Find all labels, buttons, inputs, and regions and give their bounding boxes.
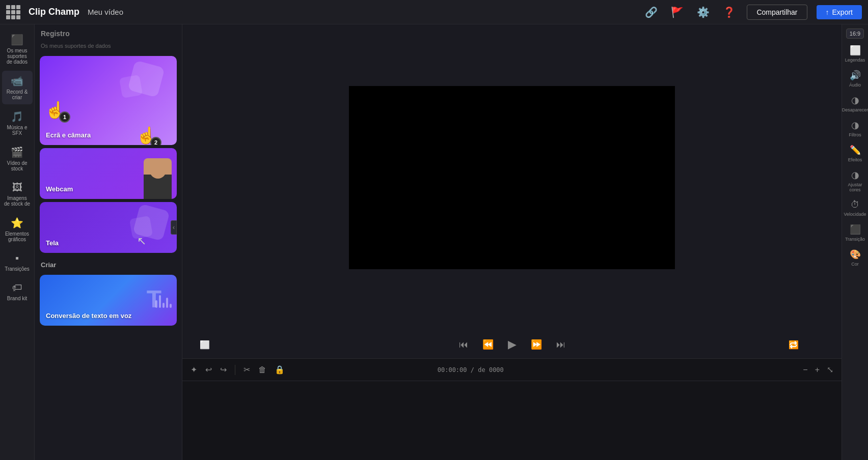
cursor-1-icon: ☝ 1 <box>45 100 65 120</box>
audio-icon: 🔊 <box>850 70 861 81</box>
sidebar-item-stock-video[interactable]: 🎬 Vídeo de stock <box>2 142 33 176</box>
playback-row: ⬜ ⏮ ⏪ ▶ ⏩ ⏭ 🔁 <box>182 331 842 358</box>
music-icon: 🎵 <box>11 110 23 123</box>
loop-button[interactable]: 🔁 <box>786 338 801 352</box>
help-icon[interactable]: ❓ <box>721 4 738 20</box>
panel-collapse-arrow[interactable]: ‹ <box>171 220 177 235</box>
zoom-out-button[interactable]: − <box>801 363 809 377</box>
center-area: ⬜ ⏮ ⏪ ▶ ⏩ ⏭ 🔁 ✦ ↩ ↪ ✂ 🗑 🔒 00:00:00 <box>182 24 842 460</box>
play-button[interactable]: ▶ <box>506 336 519 353</box>
fit-zoom-button[interactable]: ⤡ <box>825 363 835 377</box>
sidebar-item-transitions[interactable]: ▪ Transições <box>2 248 33 276</box>
share-link-icon[interactable]: 🔗 <box>643 4 660 20</box>
transition-icon: ⬛ <box>850 224 861 235</box>
sidebar-item-media[interactable]: ⬛ Os meus suportes de dados <box>2 30 33 69</box>
record-icon: 📹 <box>11 75 23 87</box>
app-grid-icon[interactable] <box>6 5 20 19</box>
delete-button[interactable]: 🗑 <box>256 363 268 377</box>
topbar-left: Clip Champ Meu vídeo <box>6 5 123 19</box>
velocity-icon: ⏱ <box>851 199 860 210</box>
sidebar-item-record[interactable]: 📹 Record & criar <box>2 71 33 104</box>
sidebar-item-label-images: Imagens de stock de <box>4 195 31 207</box>
video-area <box>182 24 842 331</box>
zoom-group: − + ⤡ <box>801 363 835 377</box>
main-area: ⬛ Os meus suportes de dados 📹 Record & c… <box>0 24 868 460</box>
images-icon: 🖼 <box>12 182 22 193</box>
captions-icon: ⬜ <box>850 45 861 56</box>
flag-icon[interactable]: 🚩 <box>669 4 686 20</box>
webcam-person-deco <box>144 158 172 199</box>
right-item-filters[interactable]: ◑ Filtros <box>843 117 867 140</box>
redo-button[interactable]: ↪ <box>218 363 229 377</box>
card-screen-cam[interactable]: ☝ 1 ☝ 2 Ecrã e câmara <box>40 56 177 145</box>
cursor-tela-icon: ↖ <box>137 235 146 248</box>
aspect-ratio-selector[interactable]: 16:9 <box>846 28 864 39</box>
right-item-effects[interactable]: ✏️ Efeitos <box>843 141 867 165</box>
right-item-color[interactable]: 🎨 Cor <box>843 246 867 270</box>
sidebar-item-label-media: Os meus suportes de dados <box>4 48 31 65</box>
content-panel: Registro Os meus suportes de dados ☝ 1 ☝… <box>35 24 182 460</box>
export-button[interactable]: ↑ Export <box>817 5 862 19</box>
right-item-adjust-colors[interactable]: ◑ Ajustar cores <box>843 166 867 195</box>
caption-toggle-button[interactable]: ⬜ <box>198 338 212 352</box>
effects-icon: ✏️ <box>850 145 861 156</box>
card-tts[interactable]: T Conversão de texto em voz <box>40 275 177 326</box>
right-item-transition[interactable]: ⬛ Transição <box>843 221 867 245</box>
sidebar-item-music[interactable]: 🎵 Música e SFX <box>2 106 33 140</box>
undo-button[interactable]: ↩ <box>203 363 214 377</box>
timeline-track-area <box>182 381 842 460</box>
card-tela-bg: ↖ Tela <box>40 202 177 253</box>
sidebar-item-label-record: Record & criar <box>4 89 31 100</box>
card-tts-bg: T Conversão de texto em voz <box>40 275 177 326</box>
adjust-colors-icon: ◑ <box>851 169 859 181</box>
card-screen-cam-label: Ecrã e câmara <box>46 131 91 139</box>
right-item-disappear[interactable]: ◑ Desaparecer <box>843 92 867 116</box>
card-tela[interactable]: ↖ Tela ‹ <box>40 202 177 253</box>
card-webcam-label: Webcam <box>46 185 73 193</box>
color-icon: 🎨 <box>850 249 861 260</box>
zoom-in-button[interactable]: + <box>813 363 822 377</box>
media-icon: ⬛ <box>11 34 23 46</box>
card-tela-label: Tela <box>46 239 59 247</box>
topbar: Clip Champ Meu vídeo 🔗 🚩 ⚙️ ❓ Compartilh… <box>0 0 868 24</box>
timeline: ✦ ↩ ↪ ✂ 🗑 🔒 00:00:00 / de 0000 − + ⤡ <box>182 358 842 460</box>
cursor-2-icon: ☝ 2 <box>136 126 156 145</box>
topbar-right: 🔗 🚩 ⚙️ ❓ Compartilhar ↑ Export <box>643 4 862 20</box>
sidebar-icons: ⬛ Os meus suportes de dados 📹 Record & c… <box>0 24 35 460</box>
right-item-velocity[interactable]: ⏱ Velocidade <box>843 196 867 220</box>
sidebar-item-label-graphics: Elementos gráficos <box>4 231 31 242</box>
brand-icon: 🏷 <box>12 282 22 294</box>
right-panel: 16:9 ⬜ Legendas 🔊 Áudio ◑ Desaparecer ◑ … <box>842 24 868 460</box>
skip-forward-button[interactable]: ⏭ <box>554 337 567 352</box>
video-preview <box>349 86 675 269</box>
right-item-captions[interactable]: ⬜ Legendas <box>843 42 867 66</box>
playback-controls: ⏮ ⏪ ▶ ⏩ ⏭ <box>457 331 567 358</box>
share-button[interactable]: Compartilhar <box>747 5 807 20</box>
project-name[interactable]: Meu vídeo <box>88 8 123 16</box>
settings-icon[interactable]: ⚙️ <box>695 4 712 20</box>
sidebar-item-images[interactable]: 🖼 Imagens de stock de <box>2 178 33 211</box>
cut-button[interactable]: ✂ <box>241 363 252 377</box>
sidebar-item-brand[interactable]: 🏷 Brand kit <box>2 278 33 305</box>
video-stock-icon: 🎬 <box>11 146 23 158</box>
sidebar-item-graphics[interactable]: ⭐ Elementos gráficos <box>2 213 33 246</box>
step-back-button[interactable]: ⏪ <box>480 337 496 352</box>
export-arrow-icon: ↑ <box>826 8 829 16</box>
select-tool-button[interactable]: ✦ <box>188 363 199 377</box>
card-screen-cam-bg: ☝ 1 ☝ 2 Ecrã e câmara <box>40 56 177 145</box>
step-forward-button[interactable]: ⏩ <box>529 337 544 352</box>
app-title: Clip Champ <box>29 7 79 17</box>
timecode-display: 00:00:00 / de 0000 <box>438 366 504 373</box>
sidebar-item-label-transitions: Transições <box>5 266 30 272</box>
toolbar-divider-1 <box>235 365 235 375</box>
sidebar-item-label-stock: Vídeo de stock <box>4 160 31 171</box>
card-deco-tela: ↖ <box>40 202 177 253</box>
panel-section-registro: Registro <box>35 24 182 41</box>
right-item-audio[interactable]: 🔊 Áudio <box>843 67 867 91</box>
transitions-icon: ▪ <box>15 252 19 264</box>
lock-button[interactable]: 🔒 <box>273 363 287 377</box>
skip-back-button[interactable]: ⏮ <box>457 337 470 352</box>
card-tts-label: Conversão de texto em voz <box>46 312 131 320</box>
panel-section-criar: Criar <box>35 256 182 272</box>
card-webcam[interactable]: Webcam <box>40 148 177 199</box>
